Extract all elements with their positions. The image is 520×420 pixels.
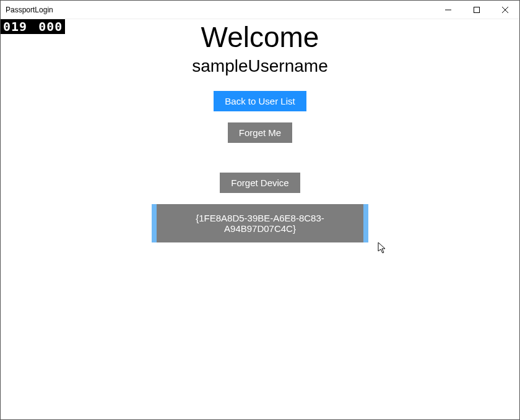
welcome-heading: Welcome xyxy=(201,20,319,54)
close-button[interactable] xyxy=(491,1,519,19)
cursor-icon xyxy=(378,242,388,254)
window-controls xyxy=(434,1,519,19)
minimize-button[interactable] xyxy=(434,1,462,19)
back-to-user-list-button[interactable]: Back to User List xyxy=(214,91,306,111)
app-window: PassportLogin 019 000 Welcome sampleUser… xyxy=(0,0,520,420)
maximize-button[interactable] xyxy=(462,1,491,19)
minimize-icon xyxy=(445,7,451,13)
titlebar[interactable]: PassportLogin xyxy=(1,1,519,19)
main-content: Welcome sampleUsername Back to User List… xyxy=(1,19,519,242)
forget-me-button[interactable]: Forget Me xyxy=(228,122,292,143)
username-label: sampleUsername xyxy=(192,56,327,76)
window-title: PassportLogin xyxy=(1,6,53,14)
device-list-item[interactable]: {1FE8A8D5-39BE-A6E8-8C83-A94B97D07C4C} xyxy=(152,204,368,242)
client-area: 019 000 Welcome sampleUsername Back to U… xyxy=(1,19,519,419)
svg-rect-0 xyxy=(474,7,480,13)
fps-value-right: 000 xyxy=(38,19,63,34)
maximize-icon xyxy=(474,7,480,13)
close-icon xyxy=(502,7,508,13)
fps-value-left: 019 xyxy=(3,19,27,34)
fps-counter: 019 000 xyxy=(1,19,65,34)
device-list[interactable]: {1FE8A8D5-39BE-A6E8-8C83-A94B97D07C4C} xyxy=(152,204,368,242)
forget-device-button[interactable]: Forget Device xyxy=(220,173,300,193)
